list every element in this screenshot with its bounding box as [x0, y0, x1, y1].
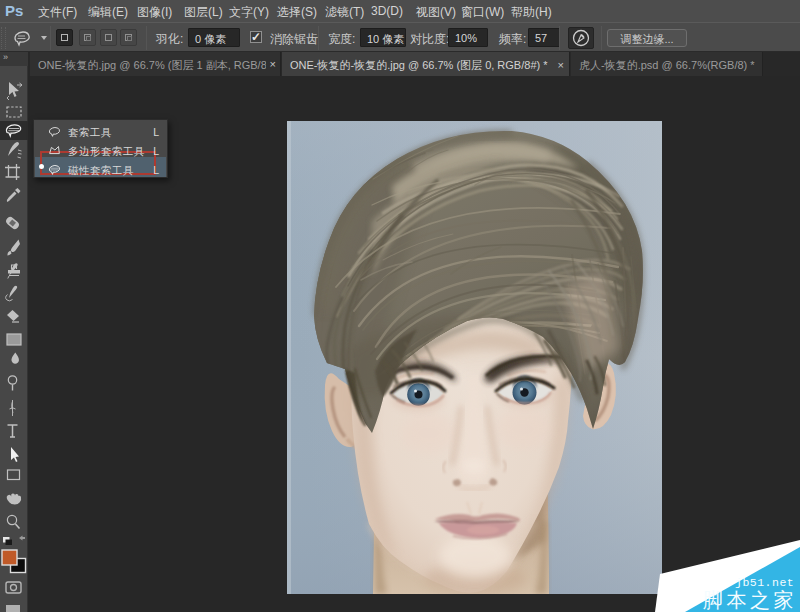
svg-text:脚本之家: 脚本之家 — [703, 589, 797, 611]
svg-text:jb51.net: jb51.net — [735, 576, 794, 589]
